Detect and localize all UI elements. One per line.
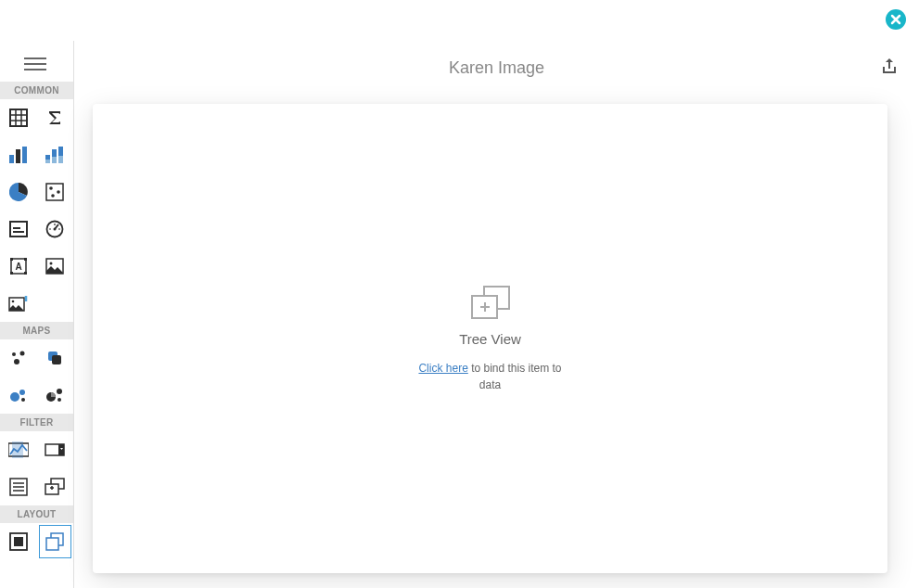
bar-chart-icon <box>8 146 29 164</box>
common-tools: A <box>0 99 73 322</box>
sidebar-section-layout: LAYOUT <box>0 505 73 523</box>
svg-rect-21 <box>10 258 13 261</box>
menu-button[interactable] <box>0 41 73 82</box>
pie-map-icon <box>45 386 64 404</box>
svg-rect-45 <box>12 441 23 458</box>
tool-choropleth[interactable] <box>0 339 37 377</box>
page-title: Karen Image <box>449 58 544 78</box>
svg-rect-11 <box>46 184 63 200</box>
placeholder-icon <box>470 285 511 322</box>
svg-rect-5 <box>45 155 50 160</box>
svg-point-31 <box>24 298 27 300</box>
choropleth-icon <box>9 349 28 367</box>
textbox-icon: A <box>9 257 28 275</box>
svg-rect-17 <box>13 231 24 233</box>
tool-combobox[interactable] <box>37 431 74 468</box>
svg-rect-16 <box>13 227 20 229</box>
tool-dice[interactable] <box>37 173 74 211</box>
maps-tools <box>0 339 73 414</box>
sidebar-section-common: COMMON <box>0 82 73 99</box>
tool-range-filter[interactable] <box>0 431 37 468</box>
svg-rect-9 <box>58 147 63 156</box>
tool-text[interactable]: A <box>0 248 37 285</box>
pie-icon <box>9 183 28 201</box>
svg-point-12 <box>49 186 53 190</box>
card-icon <box>9 220 28 238</box>
tool-chart[interactable] <box>0 136 37 173</box>
close-button[interactable] <box>886 9 906 30</box>
svg-point-27 <box>50 262 53 265</box>
tool-tree-view[interactable] <box>37 468 74 505</box>
layout-tools <box>0 523 73 560</box>
svg-rect-22 <box>24 258 27 261</box>
close-icon <box>886 9 906 30</box>
tab-container-icon <box>45 532 64 551</box>
sidebar-section-maps: MAPS <box>0 322 73 339</box>
sigma-icon <box>45 109 64 127</box>
title-bar: Karen Image <box>74 41 919 95</box>
tool-pie[interactable] <box>0 173 37 211</box>
svg-text:A: A <box>15 262 21 272</box>
svg-point-39 <box>19 390 25 395</box>
svg-point-13 <box>57 190 60 194</box>
svg-rect-2 <box>9 155 14 163</box>
svg-point-29 <box>11 300 14 303</box>
design-canvas[interactable]: Tree View Click here to bind this item t… <box>93 104 887 573</box>
export-icon <box>880 58 899 76</box>
svg-rect-54 <box>46 538 58 550</box>
image-icon <box>45 257 64 275</box>
bound-image-icon <box>8 294 29 313</box>
svg-rect-1 <box>10 109 27 126</box>
svg-point-32 <box>24 300 27 301</box>
tool-grid[interactable] <box>0 99 37 136</box>
svg-rect-6 <box>45 160 50 163</box>
combobox-icon <box>45 443 65 456</box>
tree-view-icon <box>45 478 65 496</box>
svg-point-33 <box>12 352 16 356</box>
svg-point-42 <box>57 389 62 394</box>
svg-rect-47 <box>58 444 64 455</box>
svg-point-30 <box>24 296 27 298</box>
group-icon <box>9 532 28 551</box>
svg-point-19 <box>54 228 57 231</box>
app-window: COMMON <box>0 0 919 588</box>
placeholder-title: Tree View <box>416 331 565 347</box>
svg-rect-37 <box>52 355 61 364</box>
tool-group[interactable] <box>0 523 37 560</box>
svg-rect-24 <box>24 272 27 275</box>
tool-gauge[interactable] <box>37 211 74 248</box>
svg-rect-52 <box>14 537 23 546</box>
tool-list-box[interactable] <box>0 468 37 505</box>
tool-card[interactable] <box>0 211 37 248</box>
stacked-bar-icon <box>45 146 65 164</box>
tool-pivot[interactable] <box>37 99 74 136</box>
tool-bound-image[interactable] <box>0 285 37 322</box>
svg-point-34 <box>19 352 24 356</box>
empty-placeholder: Tree View Click here to bind this item t… <box>416 285 565 393</box>
svg-point-38 <box>10 392 19 402</box>
svg-point-43 <box>57 398 61 402</box>
bind-data-link[interactable]: Click here <box>418 362 467 375</box>
sidebar: COMMON <box>0 41 74 588</box>
svg-point-14 <box>51 194 55 198</box>
svg-rect-10 <box>58 156 63 163</box>
svg-rect-23 <box>10 272 13 275</box>
svg-point-40 <box>21 398 25 402</box>
placeholder-subtitle: Click here to bind this item to data <box>416 360 565 393</box>
tree-view-large-icon <box>470 285 511 322</box>
svg-rect-8 <box>52 157 57 163</box>
svg-point-35 <box>14 359 19 364</box>
scatter-icon <box>45 183 64 201</box>
bubble-map-icon <box>9 386 28 404</box>
tool-bubble-map[interactable] <box>0 377 37 414</box>
tool-scatter[interactable] <box>37 136 74 173</box>
grid-icon <box>9 109 28 127</box>
tool-pie-map[interactable] <box>37 377 74 414</box>
gauge-icon <box>45 220 64 238</box>
export-button[interactable] <box>880 58 899 79</box>
tool-geopoint[interactable] <box>37 339 74 377</box>
filter-tools <box>0 431 73 505</box>
main-area: Karen Image Tree View Click here to bind… <box>74 41 919 588</box>
tool-tab-container[interactable] <box>37 523 74 560</box>
tool-image[interactable] <box>37 248 74 285</box>
